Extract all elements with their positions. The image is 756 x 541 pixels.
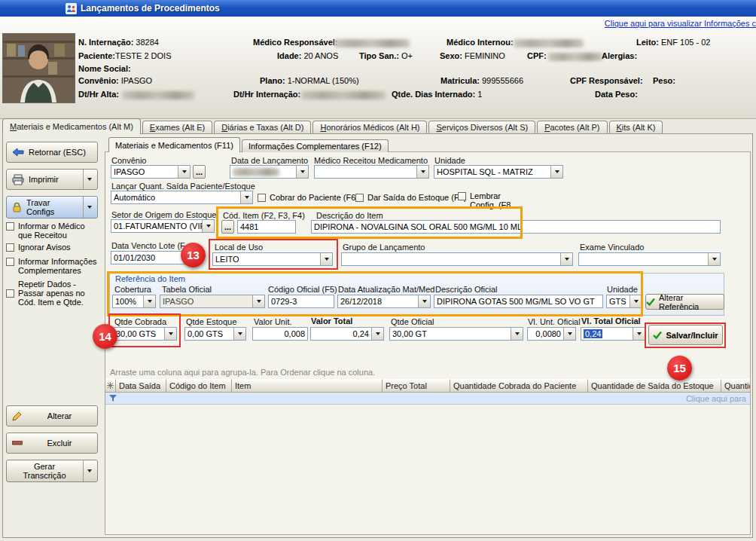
chevron-down-icon[interactable] [296, 166, 308, 178]
alterar-referencia-label: Alterar Referência [659, 293, 724, 311]
chevron-down-icon[interactable] [240, 191, 252, 203]
chevron-down-icon[interactable] [252, 295, 264, 307]
checkbox-dar-saida-box[interactable] [355, 194, 364, 202]
printer-icon [12, 174, 24, 185]
tabela-oficial-select[interactable]: IPASGO [160, 295, 265, 308]
unidade-label: Unidade [434, 156, 465, 165]
valor-total-select[interactable]: 0,24 [310, 327, 384, 341]
grid-header: Data Saída Código do Item Item Preço Tot… [105, 379, 750, 393]
grid-col-codigo-item[interactable]: Código do Item [166, 379, 232, 393]
data-atualizacao-select[interactable]: 26/12/2018 [337, 295, 431, 308]
gerar-transcricao-dropdown-arrow[interactable] [83, 460, 92, 481]
checkbox-informar-informacoes-box[interactable] [6, 258, 14, 266]
alterar-button[interactable]: Alterar [6, 405, 98, 426]
chevron-down-icon[interactable] [418, 295, 430, 307]
grid-col-qtd-cobrada[interactable]: Quantidade Cobrada do Paciente [450, 379, 588, 393]
qtde-cobrada-select[interactable]: 30,00 GTS [113, 327, 177, 341]
retornar-button[interactable]: Retornar (ESC) [6, 142, 98, 163]
vl-total-oficial-input[interactable]: 0,24 [581, 327, 645, 341]
title-bar: Lançamentos de Procedimentos [0, 0, 756, 17]
imprimir-dropdown-arrow[interactable] [83, 170, 92, 189]
cod-item-browse-button[interactable]: ... [221, 220, 234, 234]
chevron-down-icon[interactable] [560, 253, 572, 265]
checkbox-cobrar-paciente-box[interactable] [258, 194, 266, 202]
local-uso-label: Local de Uso [215, 243, 263, 252]
checkbox-lembrar-config[interactable]: Lembrar Config. (F8 [458, 191, 526, 209]
checkbox-informar-informacoes[interactable]: Informar Informações Complementares [6, 257, 98, 275]
vl-unt-oficial-select[interactable]: 0,0080 [527, 327, 576, 341]
grid-filter-row[interactable]: Clique aqui para [105, 393, 750, 405]
grid-col-qtd-sa[interactable]: Quantidade de Sa [721, 379, 750, 393]
checkbox-repetir-dados-box[interactable] [6, 289, 14, 298]
filter-icon[interactable] [109, 395, 117, 402]
salvar-incluir-button[interactable]: Salvar/Incluir [648, 325, 723, 345]
grid-col-preco-total[interactable]: Preço Total [383, 379, 450, 393]
chevron-down-icon[interactable] [164, 328, 176, 340]
chevron-down-icon[interactable] [233, 328, 245, 340]
check-icon [646, 298, 655, 306]
grid-corner-icon[interactable] [105, 379, 116, 393]
imprimir-button[interactable]: Imprimir [6, 169, 98, 190]
unidade-select[interactable]: HOSPITAL SQL - MATRIZ [434, 165, 563, 179]
tab-honorarios-medicos[interactable]: Honorários Médicos (Alt H) [312, 121, 427, 134]
retornar-label: Retornar (ESC) [29, 148, 86, 157]
data-lancamento-select[interactable] [230, 165, 309, 179]
lancar-quant-select[interactable]: Automático [111, 191, 253, 204]
tab-informacoes-f12[interactable]: Informações Complementares (F12) [242, 139, 389, 152]
chevron-down-icon[interactable] [320, 253, 332, 265]
checkbox-repetir-dados[interactable]: Repetir Dados - Passar apenas no Cód. It… [6, 280, 98, 307]
tab-diarias-taxas[interactable]: Diárias e Taxas (Alt D) [214, 121, 311, 134]
excluir-button[interactable]: Excluir [6, 432, 98, 454]
grid-col-qtd-saida-estoque[interactable]: Quantidade de Saída do Estoque [588, 379, 721, 393]
chevron-down-icon[interactable] [371, 328, 383, 340]
chevron-down-icon[interactable] [511, 328, 523, 340]
chevron-down-icon[interactable] [563, 328, 575, 340]
tab-servicos-diversos[interactable]: Serviços Diversos (Alt S) [428, 121, 535, 134]
chevron-down-icon[interactable] [416, 166, 428, 178]
travar-configs-button[interactable]: Travar Configs [6, 196, 98, 219]
tab-materiais-f11[interactable]: Materiais e Medicamentos (F11) [108, 137, 240, 152]
checkbox-ignorar-avisos[interactable]: Ignorar Avisos [6, 243, 98, 252]
valor-unit-input[interactable]: 0,008 [252, 327, 308, 341]
tab-pacotes[interactable]: Pacotes (Alt P) [537, 121, 607, 134]
chevron-down-icon[interactable] [708, 253, 720, 265]
tab-kits[interactable]: Kits (Alt K) [609, 121, 663, 134]
convenio-browse-button[interactable]: ... [193, 165, 206, 179]
exame-vinculado-select[interactable] [578, 252, 721, 266]
checkbox-cobrar-paciente[interactable]: Cobrar do Paciente (F6) [258, 193, 358, 202]
gerar-transcricao-button[interactable]: Gerar Transcrição [6, 460, 98, 482]
data-vencto-input[interactable]: 01/01/2030 [111, 251, 186, 264]
chevron-down-icon[interactable] [629, 295, 642, 307]
cobertura-select[interactable]: 100% [112, 295, 156, 308]
chevron-down-icon[interactable] [202, 220, 214, 232]
qtde-estoque-select[interactable]: 0,00 GTS [184, 327, 246, 341]
checkbox-ignorar-avisos-box[interactable] [6, 243, 14, 252]
travar-configs-dropdown-arrow[interactable] [83, 197, 92, 218]
checkbox-lembrar-config-box[interactable] [458, 192, 466, 200]
grupo-lancamento-select[interactable] [341, 252, 573, 266]
codigo-oficial-input[interactable]: 0729-3 [268, 295, 334, 308]
setor-origem-select[interactable]: 01.FATURAMENTO (VIRT [111, 219, 215, 233]
tab-exames[interactable]: Exames (Alt E) [142, 121, 212, 134]
cod-item-input[interactable]: 4481 [237, 220, 296, 234]
chevron-down-icon[interactable] [143, 295, 155, 307]
medico-receitou-select[interactable] [314, 165, 429, 179]
chevron-down-icon[interactable] [178, 166, 190, 178]
check-icon [653, 331, 662, 339]
descricao-oficial-input[interactable]: DIPIRONA GOTAS 500 MG/ML SO VO GT [434, 295, 603, 308]
local-uso-select[interactable]: LEITO [212, 252, 333, 266]
chevron-down-icon[interactable] [633, 328, 645, 340]
checkbox-dar-saida[interactable]: Dar Saída do Estoque (F7) [355, 193, 466, 202]
checkbox-informar-medico[interactable]: Informar o Médico que Receitou [6, 222, 98, 240]
grid-col-data-saida[interactable]: Data Saída [116, 379, 166, 393]
descricao-item-input[interactable]: DIPIRONA - NOVALGINA SOL ORAL 500 MG/ML … [311, 220, 721, 234]
checkbox-informar-medico-box[interactable] [6, 222, 14, 231]
chevron-down-icon[interactable] [550, 166, 562, 178]
tab-materiais-medicamentos[interactable]: Materiais e Medicamentos (Alt M) [2, 118, 141, 134]
grid-col-item[interactable]: Item [232, 379, 383, 393]
alterar-referencia-button[interactable]: Alterar Referência [645, 294, 724, 310]
unidade-oficial-select[interactable]: GTS [606, 295, 642, 308]
qtde-oficial-select[interactable]: 30,00 GT [389, 327, 523, 341]
convenio-select[interactable]: IPASGO [111, 165, 191, 179]
informacoes-link[interactable]: Clique aqui para visualizar Informações … [605, 19, 756, 28]
